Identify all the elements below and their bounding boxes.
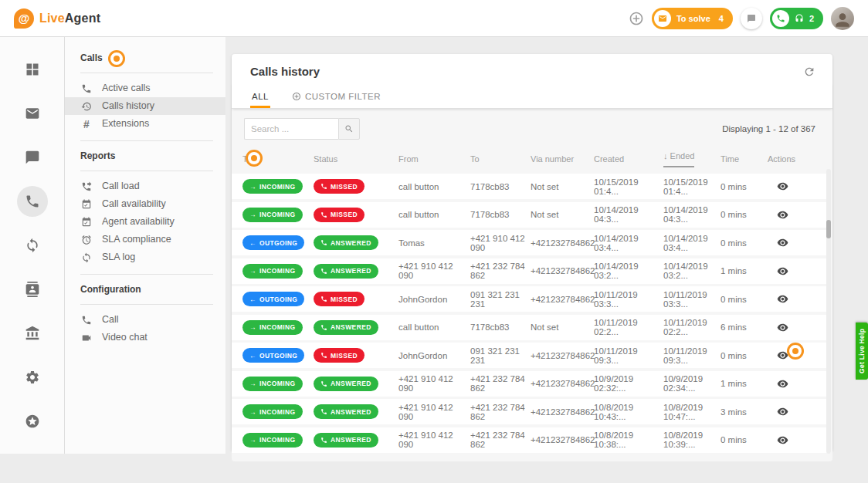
- from-cell: call button: [398, 182, 470, 191]
- view-call-button[interactable]: [777, 293, 788, 305]
- call-row[interactable]: →INCOMINGANSWERED+421 910 412 090+421 23…: [232, 371, 831, 397]
- chats-button[interactable]: [741, 8, 762, 29]
- call-row[interactable]: →INCOMINGANSWERED+421 910 412 090+421 23…: [232, 258, 831, 284]
- search-button[interactable]: [338, 118, 360, 140]
- view-call-button[interactable]: [777, 406, 788, 417]
- sidebar-item-sla-compliance[interactable]: SLA compliance: [65, 231, 225, 248]
- call-row[interactable]: →INCOMINGANSWERED+421 910 412 090+421 23…: [232, 427, 831, 453]
- page-title: Calls history: [250, 65, 320, 78]
- hash-icon: #: [80, 119, 93, 130]
- arrow-right-icon: →: [249, 408, 256, 416]
- call-row[interactable]: →INCOMINGANSWEREDcall button7178cb83Not …: [232, 315, 831, 340]
- rail-item-tickets[interactable]: [17, 98, 48, 129]
- view-call-button[interactable]: [777, 181, 788, 192]
- phone-icon: [320, 296, 327, 302]
- rail-item-dashboard[interactable]: [17, 54, 48, 85]
- call-row[interactable]: ←OUTGOINGMISSEDJohnGordon091 321 231 231…: [232, 343, 831, 368]
- time-cell: 1 mins: [721, 379, 768, 388]
- view-call-button[interactable]: [777, 434, 788, 446]
- created-cell: 10/8/2019 10:43:...: [594, 403, 663, 421]
- status-badge: ANSWERED: [314, 320, 378, 335]
- calendar-icon: [80, 217, 93, 228]
- sidebar-item-active-calls[interactable]: Active calls: [65, 79, 225, 97]
- arrow-right-icon: →: [249, 436, 256, 444]
- view-call-button[interactable]: [777, 209, 788, 221]
- get-live-help-tab[interactable]: Get Live Help: [856, 323, 868, 380]
- filter-tabs: AllCUSTOM FILTER: [232, 83, 832, 109]
- eye-icon: [777, 406, 788, 417]
- nav-section-reports: Reports: [80, 150, 225, 161]
- sidebar-item-agent-availability[interactable]: Agent availability: [65, 213, 225, 231]
- call-row[interactable]: ←OUTGOINGANSWEREDTomas+421 910 412 090+4…: [232, 230, 831, 255]
- create-new-button[interactable]: [629, 11, 644, 26]
- rail-item-ring-groups[interactable]: [17, 230, 48, 261]
- column-header-created[interactable]: Created: [594, 154, 663, 164]
- mail-icon: [654, 10, 671, 27]
- rail-item-contacts[interactable]: [17, 274, 48, 305]
- divider: [80, 171, 213, 171]
- ended-cell: 10/8/2019 10:47:...: [663, 403, 721, 421]
- rail-item-calls[interactable]: [17, 186, 48, 217]
- from-cell: +421 910 412 090: [398, 374, 470, 393]
- view-call-button[interactable]: [777, 265, 788, 277]
- arrow-left-icon: ←: [249, 296, 256, 303]
- column-header-via-number[interactable]: Via number: [531, 154, 594, 164]
- created-cell: 10/15/2019 01:4...: [594, 177, 663, 196]
- sidebar-item-extensions[interactable]: #Extensions: [65, 115, 225, 133]
- eye-icon: [777, 322, 788, 333]
- tab-custom-filter[interactable]: CUSTOM FILTER: [290, 87, 382, 108]
- rail-item-chats[interactable]: [17, 142, 48, 173]
- created-cell: 10/14/2019 03:4...: [594, 234, 663, 252]
- status-badge: MISSED: [314, 292, 364, 306]
- table-scrollbar[interactable]: [826, 169, 831, 454]
- eye-icon: [777, 209, 788, 221]
- rail-item-settings[interactable]: [17, 362, 48, 393]
- column-header-from[interactable]: From: [398, 154, 470, 164]
- phone-icon: [320, 239, 327, 246]
- via-number-cell: +421232784862: [531, 407, 594, 417]
- tab-label: All: [252, 92, 269, 101]
- time-cell: 0 mins: [721, 182, 768, 191]
- type-badge: →INCOMING: [242, 404, 303, 419]
- arrow-right-icon: →: [249, 267, 256, 275]
- call-row[interactable]: →INCOMINGMISSEDcall button7178cb83Not se…: [232, 174, 831, 199]
- tab-all[interactable]: All: [250, 87, 270, 108]
- view-call-button[interactable]: [777, 237, 788, 248]
- to-solve-button[interactable]: To solve 4: [652, 8, 733, 29]
- sidebar-item-call-load[interactable]: Call load: [65, 177, 225, 195]
- search-input[interactable]: [244, 118, 338, 140]
- status-badge: ANSWERED: [314, 235, 378, 250]
- calls-button[interactable]: 2: [770, 8, 823, 29]
- to-cell: +421 232 784 862: [470, 431, 531, 449]
- divider: [80, 140, 213, 141]
- user-avatar[interactable]: [831, 7, 854, 30]
- sidebar-item-calls-history[interactable]: Calls history: [65, 97, 225, 115]
- sidebar-item-sla-log[interactable]: SLA log: [65, 248, 225, 266]
- column-header-status[interactable]: Status: [314, 154, 398, 164]
- rail-item-company[interactable]: [17, 318, 48, 349]
- time-cell: 6 mins: [721, 323, 768, 332]
- refresh-button[interactable]: [803, 66, 815, 78]
- rail-item-achievements[interactable]: [17, 406, 48, 437]
- view-call-button[interactable]: [777, 322, 788, 333]
- scrollbar-thumb[interactable]: [826, 220, 831, 238]
- brand-logo[interactable]: @ LiveAgent: [14, 8, 100, 29]
- column-header-time[interactable]: Time: [721, 154, 768, 164]
- ended-cell: 10/14/2019 03:4...: [663, 234, 721, 252]
- call-row[interactable]: →INCOMINGMISSEDcall button7178cb83Not se…: [232, 202, 831, 228]
- column-header-ended[interactable]: ↓ Ended: [663, 151, 721, 167]
- column-header-to[interactable]: To: [470, 154, 531, 164]
- type-badge: ←OUTGOING: [242, 235, 304, 250]
- sidebar-item-video-chat[interactable]: Video chat: [65, 329, 225, 346]
- view-call-button[interactable]: [777, 378, 788, 390]
- type-badge: ←OUTGOING: [242, 292, 304, 306]
- call-row[interactable]: ←OUTGOINGMISSEDJohnGordon091 321 231 231…: [232, 286, 831, 312]
- table-panel: Displaying 1 - 12 of 367 TypeStatusFromT…: [232, 109, 832, 461]
- column-header-actions[interactable]: Actions: [768, 154, 832, 164]
- call-row[interactable]: →INCOMINGANSWERED+421 910 412 090+421 23…: [232, 399, 831, 424]
- sidebar-item-call[interactable]: Call: [65, 311, 225, 329]
- sidebar-item-label: Active calls: [102, 83, 151, 94]
- status-badge: ANSWERED: [314, 433, 378, 448]
- view-call-button[interactable]: [777, 350, 788, 361]
- sidebar-item-call-availability[interactable]: Call availability: [65, 195, 225, 213]
